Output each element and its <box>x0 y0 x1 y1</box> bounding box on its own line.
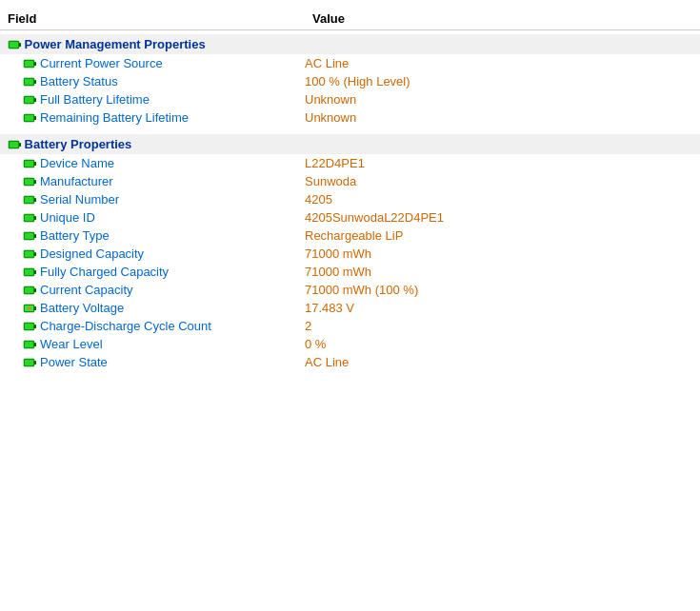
value-cell: 17.483 V <box>305 301 692 315</box>
table-row: Full Battery LifetimeUnknown <box>0 90 700 108</box>
svg-rect-31 <box>25 179 33 185</box>
svg-rect-45 <box>34 252 36 256</box>
value-cell: 0 % <box>305 337 692 351</box>
table-row: Remaining Battery LifetimeUnknown <box>0 108 700 127</box>
field-label: Wear Level <box>40 337 103 351</box>
field-cell: Remaining Battery Lifetime <box>23 110 305 125</box>
field-label: Power State <box>40 355 108 369</box>
field-cell: Charge-Discharge Cycle Count <box>23 319 305 333</box>
svg-rect-49 <box>34 270 36 274</box>
table-row: ManufacturerSunwoda <box>0 172 700 190</box>
battery-green-icon <box>23 193 36 207</box>
svg-rect-53 <box>34 288 36 292</box>
battery-green-icon <box>23 284 36 297</box>
table-row: Serial Number4205 <box>0 190 700 208</box>
svg-rect-67 <box>25 342 33 347</box>
battery-green-icon <box>23 111 36 125</box>
value-cell: AC Line <box>305 56 692 70</box>
value-cell: Unknown <box>305 110 692 125</box>
section-header-battery-properties: Battery Properties <box>0 134 700 154</box>
svg-rect-23 <box>10 142 18 148</box>
svg-rect-3 <box>10 42 18 48</box>
battery-green-icon <box>23 338 36 351</box>
value-cell: Rechargeable LiP <box>305 228 692 243</box>
svg-rect-33 <box>34 198 36 202</box>
field-label: Battery Status <box>40 74 118 89</box>
battery-lightning-icon <box>23 302 36 315</box>
field-label: Current Capacity <box>40 283 133 297</box>
section-header-power-management: Power Management Properties <box>0 34 700 54</box>
svg-rect-41 <box>34 234 36 238</box>
field-label: Unique ID <box>40 210 95 225</box>
properties-table: Field Value Power Management Properties … <box>0 0 700 379</box>
table-row: Fully Charged Capacity71000 mWh <box>0 263 700 281</box>
field-cell: Designed Capacity <box>23 246 305 261</box>
field-cell: Battery Voltage <box>23 301 305 315</box>
svg-rect-19 <box>25 115 33 121</box>
field-cell: Serial Number <box>23 192 305 207</box>
field-label: Current Power Source <box>40 56 163 70</box>
table-row: Battery Status100 % (High Level) <box>0 72 700 90</box>
field-cell: Current Capacity <box>23 283 305 297</box>
svg-rect-15 <box>25 97 33 103</box>
battery-green-icon <box>23 356 36 369</box>
table-row: Current Power SourceAC Line <box>0 54 700 72</box>
battery-green-icon <box>23 93 36 107</box>
field-cell: Full Battery Lifetime <box>23 92 305 107</box>
battery-green-icon <box>23 320 36 333</box>
field-cell: Manufacturer <box>23 174 305 188</box>
battery-green-icon <box>23 75 36 89</box>
svg-rect-9 <box>34 80 36 84</box>
field-label: Serial Number <box>40 192 119 207</box>
svg-rect-47 <box>25 251 33 257</box>
svg-rect-61 <box>34 325 36 328</box>
section-label: Battery Properties <box>21 137 131 151</box>
svg-rect-13 <box>34 98 36 102</box>
value-cell: 100 % (High Level) <box>305 74 692 89</box>
field-cell: Battery Status <box>23 74 305 89</box>
svg-rect-5 <box>34 62 36 66</box>
field-cell: Power State <box>23 355 305 369</box>
field-cell: Current Power Source <box>23 56 305 70</box>
battery-green-icon <box>8 138 21 151</box>
field-cell: Unique ID <box>23 210 305 225</box>
field-label: Charge-Discharge Cycle Count <box>40 319 211 333</box>
battery-green-icon <box>23 247 36 261</box>
svg-rect-17 <box>34 116 36 120</box>
field-cell: Device Name <box>23 156 305 170</box>
svg-rect-37 <box>34 216 36 220</box>
battery-green-icon <box>23 211 36 225</box>
battery-green-icon <box>23 229 36 243</box>
table-header: Field Value <box>0 8 700 30</box>
field-label: Battery Voltage <box>40 301 124 315</box>
svg-rect-55 <box>25 287 33 293</box>
svg-rect-25 <box>34 162 36 166</box>
svg-rect-71 <box>25 360 33 365</box>
battery-green-icon <box>23 175 36 188</box>
field-label: Manufacturer <box>40 174 113 188</box>
svg-rect-63 <box>25 324 33 329</box>
value-cell: 4205 <box>305 192 692 207</box>
value-cell: Unknown <box>305 92 692 107</box>
value-cell: Sunwoda <box>305 174 692 188</box>
field-label: Full Battery Lifetime <box>40 92 150 107</box>
value-cell: L22D4PE1 <box>305 156 692 170</box>
field-label: Battery Type <box>40 228 110 243</box>
svg-rect-69 <box>34 361 36 365</box>
table-row: Power StateAC Line <box>0 353 700 371</box>
value-cell: 71000 mWh (100 %) <box>305 283 692 297</box>
field-cell: Wear Level <box>23 337 305 351</box>
field-label: Designed Capacity <box>40 246 144 261</box>
table-row: Device NameL22D4PE1 <box>0 154 700 172</box>
table-row: Designed Capacity71000 mWh <box>0 245 700 263</box>
table-row: Battery TypeRechargeable LiP <box>0 227 700 245</box>
field-column-header: Field <box>8 11 312 26</box>
field-label: Fully Charged Capacity <box>40 265 169 279</box>
svg-rect-39 <box>25 215 33 221</box>
value-cell: 4205SunwodaL22D4PE1 <box>305 210 692 225</box>
value-cell: AC Line <box>305 355 692 369</box>
section-spacer <box>0 127 700 134</box>
battery-green-icon <box>8 38 21 51</box>
svg-rect-7 <box>25 61 33 67</box>
sections-container: Power Management Properties Current Powe… <box>0 34 700 371</box>
